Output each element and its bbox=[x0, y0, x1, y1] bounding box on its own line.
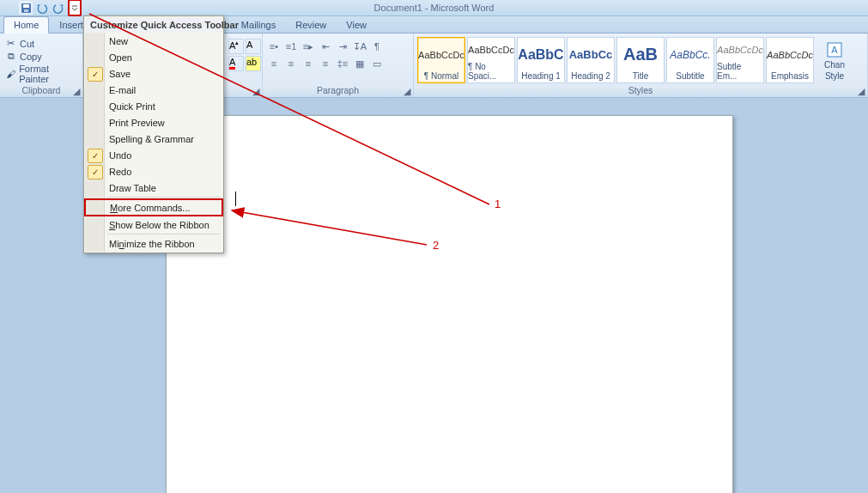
document-page[interactable] bbox=[166, 115, 733, 493]
change-styles-label2: Style bbox=[825, 71, 844, 81]
bullets-icon[interactable]: ≡• bbox=[266, 39, 282, 54]
style-tile--normal[interactable]: AaBbCcDc¶ Normal bbox=[417, 37, 465, 83]
highlight-icon[interactable]: ab bbox=[246, 56, 261, 71]
customize-qat-dropdown-button[interactable] bbox=[68, 0, 82, 16]
style-sample: AaB bbox=[623, 38, 658, 71]
align-left-icon[interactable]: ≡ bbox=[266, 56, 282, 71]
qat-menu-item-redo[interactable]: ✓Redo bbox=[85, 163, 222, 180]
font-launcher-icon[interactable]: ◢ bbox=[252, 87, 260, 95]
line-spacing-icon[interactable]: ‡≡ bbox=[335, 56, 350, 71]
align-center-icon[interactable]: ≡ bbox=[283, 56, 299, 71]
qat-menu-item-label: Show Below the Ribbon bbox=[109, 220, 209, 230]
tab-review[interactable]: Review bbox=[286, 17, 336, 33]
style-tile-heading-1[interactable]: AaBbCHeading 1 bbox=[517, 37, 565, 83]
style-sample: AaBbCcDc bbox=[418, 38, 464, 71]
qat-menu-item-label: Spelling & Grammar bbox=[109, 134, 194, 144]
tab-view[interactable]: View bbox=[337, 17, 376, 33]
borders-icon[interactable]: ▭ bbox=[369, 56, 385, 71]
quick-access-toolbar bbox=[0, 0, 82, 16]
style-sample: AaBbCc. bbox=[670, 38, 710, 71]
cut-label: Cut bbox=[20, 39, 34, 49]
group-paragraph-title: Paragraph ◢ bbox=[266, 85, 410, 96]
qat-menu-more-commands[interactable]: More Commands... bbox=[84, 198, 223, 216]
check-icon: ✓ bbox=[88, 149, 103, 163]
title-bar: Document1 - Microsoft Word bbox=[0, 0, 868, 16]
show-marks-icon[interactable]: ¶ bbox=[369, 39, 385, 54]
increase-indent-icon[interactable]: ⇥ bbox=[335, 39, 350, 54]
qat-menu-minimize-ribbon[interactable]: Minimize the Ribbon bbox=[85, 235, 222, 252]
tab-home[interactable]: Home bbox=[3, 16, 49, 33]
qat-menu-title: Customize Quick Access Toolbar bbox=[85, 17, 222, 33]
qat-menu-item-label: Quick Print bbox=[109, 101, 155, 112]
qat-menu-item-label: E-mail bbox=[109, 85, 136, 95]
multilevel-icon[interactable]: ≡▸ bbox=[300, 39, 316, 54]
qat-menu-item-label: Redo bbox=[109, 167, 131, 177]
redo-icon[interactable] bbox=[52, 1, 65, 15]
paragraph-launcher-icon[interactable]: ◢ bbox=[403, 87, 411, 95]
style-label: ¶ Normal bbox=[424, 71, 458, 81]
sort-icon[interactable]: ↧A bbox=[352, 39, 367, 54]
justify-icon[interactable]: ≡ bbox=[318, 56, 333, 71]
copy-button[interactable]: ⧉ Copy bbox=[5, 51, 77, 62]
shading-icon[interactable]: ▦ bbox=[352, 56, 367, 71]
cut-button[interactable]: ✂ Cut bbox=[5, 38, 77, 49]
check-icon: ✓ bbox=[88, 165, 103, 180]
change-styles-button[interactable]: A Chan Style bbox=[819, 35, 850, 83]
numbering-icon[interactable]: ≡1 bbox=[283, 39, 299, 54]
style-label: Subtle Em... bbox=[717, 62, 763, 81]
font-color-icon[interactable]: A bbox=[228, 56, 244, 71]
svg-text:A: A bbox=[831, 45, 838, 55]
qat-menu-item-draw-table[interactable]: Draw Table bbox=[85, 180, 222, 196]
style-label: Heading 2 bbox=[571, 71, 610, 81]
scissors-icon: ✂ bbox=[5, 38, 16, 49]
style-tile-subtle-em-[interactable]: AaBbCcDcSubtle Em... bbox=[716, 37, 764, 83]
copy-icon: ⧉ bbox=[5, 51, 16, 62]
style-tile-title[interactable]: AaBTitle bbox=[616, 37, 665, 83]
style-tile--no-spaci-[interactable]: AaBbCcDc¶ No Spaci... bbox=[467, 37, 515, 83]
format-painter-button[interactable]: 🖌 Format Painter bbox=[5, 64, 77, 84]
paintbrush-icon: 🖌 bbox=[5, 69, 15, 80]
qat-menu-show-below[interactable]: Show Below the Ribbon bbox=[85, 216, 222, 233]
qat-menu-item-undo[interactable]: ✓Undo bbox=[85, 147, 222, 163]
group-styles: AaBbCcDc¶ NormalAaBbCcDc¶ No Spaci...AaB… bbox=[414, 33, 868, 97]
qat-menu-item-label: New bbox=[109, 36, 128, 46]
group-styles-title: Styles ◢ bbox=[417, 85, 864, 96]
qat-menu-item-label: Save bbox=[109, 69, 131, 79]
tab-mailings[interactable]: Mailings bbox=[232, 17, 285, 33]
decrease-indent-icon[interactable]: ⇤ bbox=[318, 39, 333, 54]
group-paragraph: ≡• ≡1 ≡▸ ⇤ ⇥ ↧A ¶ ≡ ≡ ≡ ≡ ‡≡ ▦ ▭ Paragra… bbox=[263, 33, 414, 97]
qat-menu-item-open[interactable]: Open bbox=[85, 49, 222, 65]
copy-label: Copy bbox=[20, 52, 42, 62]
annotation-label-2: 2 bbox=[433, 239, 439, 252]
svg-rect-2 bbox=[24, 9, 28, 12]
qat-menu-item-label: Draw Table bbox=[109, 183, 156, 193]
grow-font-icon[interactable]: A▴ bbox=[228, 39, 244, 54]
undo-icon[interactable] bbox=[35, 1, 49, 15]
qat-menu-item-save[interactable]: ✓Save bbox=[85, 65, 222, 82]
check-icon: ✓ bbox=[88, 67, 103, 82]
styles-gallery[interactable]: AaBbCcDc¶ NormalAaBbCcDc¶ No Spaci...AaB… bbox=[417, 35, 814, 83]
save-icon[interactable] bbox=[19, 1, 33, 15]
clear-formatting-icon[interactable]: A bbox=[246, 39, 261, 54]
clipboard-launcher-icon[interactable]: ◢ bbox=[72, 87, 81, 95]
style-label: Subtitle bbox=[676, 71, 704, 81]
styles-launcher-icon[interactable]: ◢ bbox=[857, 87, 865, 95]
qat-menu-item-spelling-grammar[interactable]: Spelling & Grammar bbox=[85, 131, 222, 147]
qat-menu-item-label: Minimize the Ribbon bbox=[109, 239, 195, 249]
style-sample: AaBbCcDc bbox=[468, 38, 514, 62]
qat-menu-item-print-preview[interactable]: Print Preview bbox=[85, 114, 222, 131]
style-tile-subtitle[interactable]: AaBbCc.Subtitle bbox=[666, 37, 714, 83]
style-sample: AaBbCcDc bbox=[717, 38, 763, 62]
group-font-fragment: A▴ A A ab ◢ bbox=[225, 33, 263, 97]
group-clipboard: ✂ Cut ⧉ Copy 🖌 Format Painter Clipboard … bbox=[0, 33, 83, 97]
annotation-label-1: 1 bbox=[495, 198, 501, 210]
svg-rect-1 bbox=[23, 4, 29, 8]
qat-menu-item-new[interactable]: New bbox=[85, 33, 222, 49]
style-label: ¶ No Spaci... bbox=[468, 62, 514, 81]
style-tile-emphasis[interactable]: AaBbCcDcEmphasis bbox=[766, 37, 814, 83]
qat-menu-item-quick-print[interactable]: Quick Print bbox=[85, 98, 222, 114]
style-tile-heading-2[interactable]: AaBbCcHeading 2 bbox=[567, 37, 615, 83]
style-label: Title bbox=[633, 71, 649, 81]
align-right-icon[interactable]: ≡ bbox=[300, 56, 316, 71]
qat-menu-item-e-mail[interactable]: E-mail bbox=[85, 82, 222, 98]
